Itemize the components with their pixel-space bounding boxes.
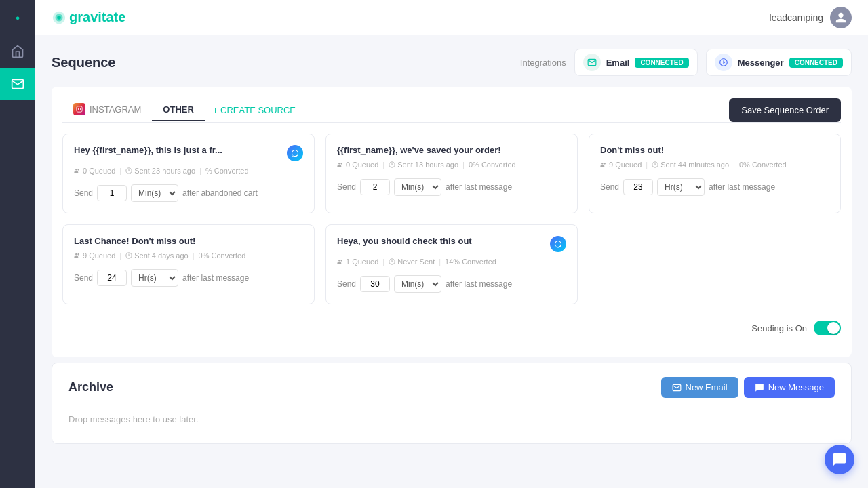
card-3-converted: 0% Converted [739, 161, 787, 169]
card-5-sent: Never Sent [389, 258, 435, 266]
chat-bubble-icon [832, 452, 847, 467]
email-integration-badge: Email Connected [574, 49, 698, 76]
email-icon [672, 383, 682, 392]
sidebar-item-home[interactable] [0, 35, 35, 68]
tabs-container: INSTAGRAM OTHER + CREATE SOURCE Save Seq… [62, 98, 841, 123]
email-integration-name: Email [606, 58, 630, 68]
card-2-send-row: Send Min(s) Hr(s) Day(s) after last mess… [337, 178, 566, 196]
archive-title: Archive [68, 380, 113, 394]
email-integration-icon [583, 54, 601, 71]
card-2-converted: 0% Converted [469, 161, 516, 169]
card-1-sent: Sent 23 hours ago [125, 167, 195, 175]
save-sequence-order-button[interactable]: Save Sequence Order [729, 98, 841, 122]
sending-label: Sending is On [751, 323, 807, 333]
create-source-button[interactable]: + CREATE SOURCE [205, 100, 304, 121]
card-5-converted: 14% Converted [445, 258, 496, 266]
archive-header: Archive New Email New Message [68, 377, 835, 398]
message-card-1: Hey {{first_name}}, this is just a fr...… [62, 134, 315, 214]
card-2-header: {{first_name}}, we've saved your order! [337, 145, 566, 155]
logo-icon [52, 10, 66, 25]
messenger-integration-icon [715, 54, 732, 71]
card-3-send-unit[interactable]: Min(s) Hr(s) Day(s) [657, 178, 705, 196]
card-2-send-unit[interactable]: Min(s) Hr(s) Day(s) [394, 178, 441, 196]
logo-icon: ● [16, 14, 20, 22]
card-3-send-after: after last message [709, 182, 775, 192]
sequence-title: Sequence [52, 55, 115, 70]
card-5-header: Heya, you should check this out [337, 236, 566, 252]
sending-toggle[interactable] [814, 321, 841, 336]
instagram-icon [73, 103, 85, 115]
card-5-send-after: after last message [446, 279, 512, 289]
card-5-send-input[interactable] [360, 276, 390, 292]
toggle-knob [827, 322, 840, 334]
card-4-send-input[interactable] [97, 270, 127, 286]
archive-empty-text: Drop messages here to use later. [68, 409, 835, 430]
sequence-header: Sequence Integrations Email Connected [52, 49, 852, 76]
chat-bubble-button[interactable] [825, 445, 854, 474]
card-2-sent: Sent 13 hours ago [389, 161, 458, 169]
card-4-title: Last Chance! Don't miss out! [74, 236, 298, 246]
card-4-send-label: Send [74, 273, 93, 283]
card-2-title: {{first_name}}, we've saved your order! [337, 145, 561, 155]
new-message-button[interactable]: New Message [744, 377, 835, 398]
new-email-button[interactable]: New Email [661, 377, 738, 398]
message-card-5: Heya, you should check this out 1 Queued… [326, 224, 578, 304]
card-1-header: Hey {{first_name}}, this is just a fr... [74, 145, 303, 161]
card-5-title: Heya, you should check this out [337, 236, 545, 246]
card-4-converted: 0% Converted [199, 251, 246, 260]
card-3-stats: 9 Queued | Sent 44 minutes ago | 0% Conv… [600, 161, 829, 169]
card-1-title: Hey {{first_name}}, this is just a fr... [74, 145, 281, 155]
card-5-stats: 1 Queued | Never Sent | 14% Converted [337, 258, 566, 266]
archive-section: Archive New Email New Message Drop messa… [52, 363, 852, 444]
integrations-label: Integrations [520, 58, 566, 68]
card-5-send-unit[interactable]: Min(s) Hr(s) Day(s) [394, 275, 441, 293]
message-card-3: Don't miss out! 9 Queued | Sent 44 minut… [589, 134, 841, 214]
email-connected-badge: Connected [635, 58, 688, 68]
card-1-send-input[interactable] [97, 185, 127, 201]
tab-other-label: OTHER [163, 104, 194, 115]
username: leadcamping [770, 12, 823, 23]
header-right: leadcamping [770, 7, 852, 28]
avatar [830, 7, 852, 28]
card-3-queued: 9 Queued [600, 161, 642, 169]
top-header: gravitate leadcamping [35, 0, 868, 35]
card-1-send-row: Send Min(s) Hr(s) Day(s) after abandoned… [74, 184, 303, 202]
card-4-send-row: Send Min(s) Hr(s) Day(s) after last mess… [74, 269, 303, 287]
card-4-send-unit[interactable]: Min(s) Hr(s) Day(s) [131, 269, 178, 287]
tab-instagram[interactable]: INSTAGRAM [62, 98, 152, 122]
card-1-stats: 0 Queued | Sent 23 hours ago | % Convert… [74, 167, 303, 175]
integrations-row: Integrations Email Connected [520, 49, 852, 76]
card-1-converted: % Converted [205, 167, 249, 175]
sending-row: Sending is On [62, 315, 841, 346]
card-4-queued: 9 Queued [74, 251, 115, 260]
card-2-send-input[interactable] [360, 179, 390, 195]
app-logo: gravitate [52, 9, 125, 25]
svg-point-4 [78, 108, 80, 110]
card-empty-slot [589, 224, 841, 304]
messenger-connected-badge: Connected [789, 58, 843, 68]
card-2-stats: 0 Queued | Sent 13 hours ago | 0% Conver… [337, 161, 566, 169]
svg-rect-3 [77, 106, 82, 112]
card-1-send-unit[interactable]: Min(s) Hr(s) Day(s) [131, 184, 178, 202]
card-2-send-label: Send [337, 182, 356, 192]
card-1-queued: 0 Queued [74, 167, 115, 175]
app-name: gravitate [69, 9, 125, 25]
main-content: gravitate leadcamping Sequence Integrati… [35, 0, 868, 488]
messenger-integration-name: Messenger [738, 58, 784, 68]
card-4-header: Last Chance! Don't miss out! [74, 236, 303, 246]
card-3-send-input[interactable] [623, 179, 653, 195]
message-card-4: Last Chance! Don't miss out! 9 Queued | … [62, 224, 315, 304]
sequence-section: INSTAGRAM OTHER + CREATE SOURCE Save Seq… [52, 87, 852, 357]
card-1-messenger-icon [287, 145, 303, 161]
card-4-send-after: after last message [182, 273, 249, 283]
tab-instagram-label: INSTAGRAM [90, 104, 141, 115]
create-source-label: + CREATE SOURCE [213, 105, 296, 115]
card-5-send-label: Send [337, 279, 356, 289]
card-5-queued: 1 Queued [337, 258, 378, 266]
page-content: Sequence Integrations Email Connected [35, 35, 868, 488]
new-email-label: New Email [686, 382, 728, 392]
sidebar-item-email[interactable] [0, 68, 35, 100]
card-2-send-after: after last message [446, 182, 512, 192]
tab-other[interactable]: OTHER [152, 99, 205, 121]
svg-point-2 [57, 16, 61, 20]
